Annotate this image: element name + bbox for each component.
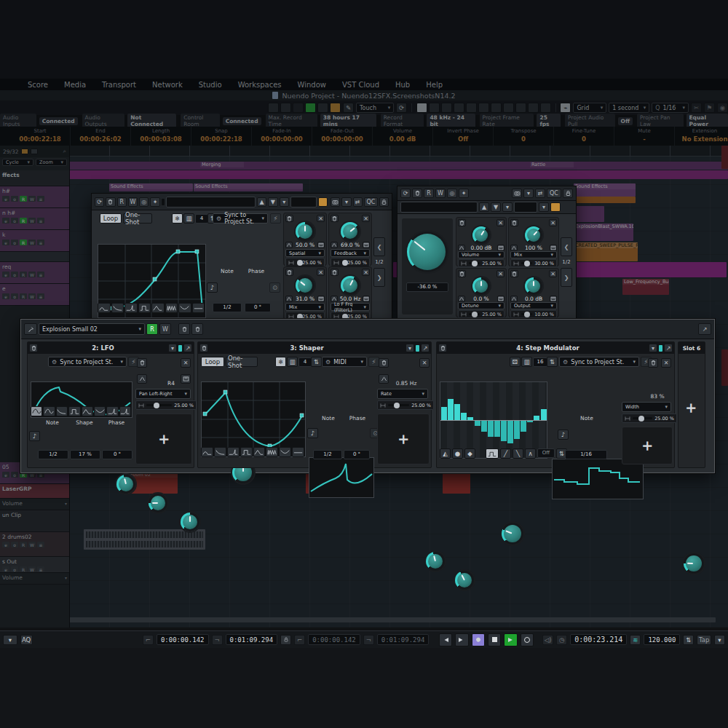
right-locator-icon[interactable]: ¬ [212, 635, 223, 645]
cycle-button[interactable] [472, 633, 485, 646]
preset-name-field[interactable] [166, 197, 255, 207]
left-locator-icon[interactable]: ⌐ [143, 635, 154, 645]
depth-slider[interactable]: 10.00 % [510, 310, 557, 318]
target-depth-knob[interactable] [296, 222, 314, 241]
step-bar[interactable] [481, 420, 487, 432]
sync-mode-dropdown[interactable]: ⚙Sync to Project St.▾ [48, 357, 127, 367]
add-target-button[interactable]: ＋ [135, 414, 192, 464]
panel-menu-icon[interactable]: ▾ [405, 344, 414, 352]
step-display[interactable] [440, 381, 547, 459]
step-bar[interactable] [448, 399, 454, 420]
shape-ramp-icon[interactable] [124, 303, 138, 313]
note-sync-icon[interactable]: ♪ [307, 428, 318, 438]
close-icon[interactable]: ✕ [496, 219, 505, 226]
dot-b-icon[interactable]: ◆ [464, 448, 475, 459]
primary-time-display[interactable]: 0:00:23.214 [570, 634, 627, 645]
note-value[interactable]: 1/2 [313, 450, 342, 459]
page-next-icon[interactable]: ❯ [561, 268, 572, 287]
depth-slider[interactable]: 25.00 % [135, 400, 197, 410]
pin-icon[interactable] [24, 323, 37, 335]
shape-square-icon[interactable] [240, 447, 253, 457]
ab-switch-icon[interactable]: ⇄ [353, 197, 363, 207]
close-icon[interactable]: ✕ [181, 358, 191, 368]
bypass-icon[interactable] [199, 344, 208, 352]
shape-hump-icon[interactable] [98, 303, 111, 313]
step-bar[interactable] [488, 420, 494, 437]
record-button[interactable] [521, 633, 534, 646]
shape-pulse2-icon[interactable] [119, 406, 131, 416]
write-automation-button[interactable]: W [435, 189, 446, 198]
bypass-icon[interactable] [106, 197, 115, 207]
target-depth-knob[interactable] [341, 222, 360, 241]
note-knob[interactable] [116, 475, 135, 494]
step-count-stepper[interactable]: ⇅ [547, 357, 558, 367]
oneshot-mode-button[interactable]: One-Shot [226, 357, 258, 367]
add-target-button[interactable]: ＋ [622, 427, 673, 464]
remove-target-icon[interactable] [285, 269, 293, 276]
curve-icon[interactable] [379, 374, 389, 384]
tempo-field[interactable]: 120.000 [644, 634, 680, 645]
note-value[interactable]: 1/16 [565, 450, 607, 459]
preset-menu-icon[interactable]: ▾ [502, 202, 513, 212]
depth-slider[interactable]: 25.00 % [458, 259, 505, 267]
midi-learn-icon[interactable] [363, 242, 370, 248]
go-to-next-marker-button[interactable] [455, 633, 468, 646]
close-icon[interactable]: ✕ [549, 270, 557, 277]
phase-value[interactable]: 0 ° [245, 303, 271, 312]
shape-value[interactable]: 17 % [70, 450, 100, 459]
target-param-dropdown[interactable]: Detune▾ [458, 302, 505, 309]
note-knob[interactable] [684, 553, 704, 574]
remove-target-icon[interactable] [331, 215, 339, 222]
step-bar[interactable] [507, 420, 513, 443]
grid-density-icon[interactable]: ▥ [287, 357, 298, 367]
automation-circle-icon[interactable]: ◎ [447, 189, 457, 198]
shape-comb-icon[interactable] [266, 447, 278, 457]
target-param-dropdown[interactable]: Mix▾ [510, 251, 557, 258]
grid-density-icon[interactable]: ▥ [521, 357, 532, 367]
shape-triangle-icon[interactable] [82, 406, 93, 416]
audio-quantize-button[interactable]: AQ [20, 635, 33, 645]
preset-dropdown[interactable]: Explosion Small 02▾ [39, 323, 145, 335]
rate-knob[interactable] [502, 523, 523, 545]
shape-decay-icon[interactable] [214, 447, 226, 457]
function-menu-icon[interactable]: ▾ [539, 202, 549, 212]
read-automation-button[interactable]: R [146, 323, 158, 335]
target-depth-knob[interactable] [525, 226, 542, 244]
loop-mode-button[interactable]: Loop [100, 213, 122, 223]
phase-knob[interactable] [181, 513, 199, 531]
depth-slider[interactable]: 25.00 % [458, 310, 505, 318]
time-sig-dropdown[interactable]: ▾ [714, 635, 725, 645]
read-automation-button[interactable]: R [424, 189, 434, 198]
panel-expand-icon[interactable]: ↗ [664, 344, 673, 352]
grid-density-icon[interactable]: ▥ [183, 213, 194, 223]
snap-icon[interactable]: ❄ [172, 213, 183, 223]
remove-target-icon[interactable] [510, 270, 518, 277]
shape-sine-icon[interactable] [31, 406, 42, 416]
depth-slider[interactable]: 30.00 % [510, 259, 557, 267]
shape-triangle-icon[interactable] [253, 447, 266, 457]
add-modulator-button[interactable]: ＋ [681, 393, 701, 422]
punch-out-time[interactable]: 0:01:09.294 [377, 634, 430, 645]
midi-learn-icon[interactable] [317, 242, 325, 248]
page-next-icon[interactable]: ❯ [373, 268, 385, 287]
target-param-dropdown[interactable]: Rate▾ [377, 389, 428, 399]
remove-target-icon[interactable] [285, 215, 293, 222]
sync-mode-dropdown[interactable]: ⚙Sync to Project St.▾ [559, 357, 639, 367]
punch-in-icon[interactable]: ⌐ [294, 635, 305, 645]
shape-knob[interactable] [149, 494, 167, 513]
shape-decay-icon[interactable] [56, 406, 68, 416]
snapshot-menu-icon[interactable]: ▾ [523, 189, 534, 198]
pre-roll-icon[interactable]: ◁) [542, 635, 553, 645]
preset-prev-icon[interactable]: ▲ [257, 197, 266, 207]
target-param-dropdown[interactable]: Lo F Frq (FilterL)▾ [331, 303, 370, 311]
main-knob[interactable] [407, 232, 448, 272]
mode-ramp-down-icon[interactable]: ╲ [513, 448, 523, 459]
step-count-field[interactable]: 4 [195, 214, 208, 223]
ab-switch-icon[interactable]: ⇄ [535, 189, 545, 198]
curve-icon[interactable] [285, 296, 293, 302]
retrigger-icon[interactable]: ⚡ [368, 357, 379, 367]
remove-target-icon[interactable] [510, 219, 518, 226]
target-param-dropdown[interactable]: Pan Left-Right▾ [135, 389, 191, 399]
remove-target-icon[interactable] [458, 270, 466, 277]
close-icon[interactable]: ✕ [317, 269, 325, 276]
